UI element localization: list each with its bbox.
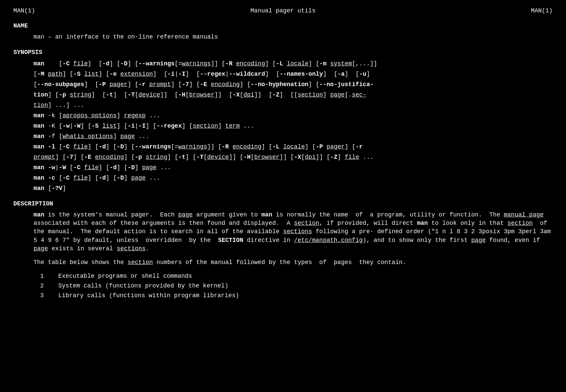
synopsis-line-10: prompt] [-7] [-E encoding] [-p string] […: [33, 153, 553, 162]
synopsis-line-9: man -l [-C file] [-d] [-D] [--warnings[=…: [33, 142, 553, 151]
synopsis-line-2: [-M path] [-S list] [-e extension] [-i|-…: [33, 70, 553, 79]
description-para-1: man is the system's manual pager. Each p…: [33, 211, 553, 253]
page-header: MAN(1) Manual pager utils MAN(1): [13, 7, 553, 15]
synopsis-line-3: [--no-subpages] [-P pager] [-r prompt] […: [33, 80, 553, 89]
header-left: MAN(1): [13, 7, 35, 15]
synopsis-section: SYNOPSIS man [-C file] [-d] [-D] [--warn…: [13, 48, 553, 193]
synopsis-line-6: man -k [apropos options] regexp ...: [33, 111, 553, 120]
synopsis-line-4: tion] [-p string] [-t] [-T[device]] [-H[…: [33, 90, 553, 100]
description-content: man is the system's manual pager. Each p…: [33, 211, 553, 300]
header-center: Manual pager utils: [251, 7, 315, 15]
list-item-1: 1 Executable programs or shell commands: [40, 272, 553, 280]
synopsis-line-1: man [-C file] [-d] [-D] [--warnings[=war…: [33, 59, 553, 68]
name-section: NAME man – an interface to the on-line r…: [13, 22, 553, 41]
name-content: man – an interface to the on-line refere…: [33, 33, 553, 41]
header-right: MAN(1): [531, 7, 553, 15]
synopsis-line-5: tion] ...] ...: [33, 101, 553, 110]
synopsis-line-11: man -w|-W [-C file] [-d] [-D] page ...: [33, 163, 553, 172]
synopsis-heading: SYNOPSIS: [13, 48, 553, 57]
name-heading: NAME: [13, 22, 553, 30]
synopsis-line-8: man -f [whatis options] page ...: [33, 132, 553, 141]
name-text: man – an interface to the on-line refere…: [33, 34, 218, 40]
description-section: DESCRIPTION man is the system's manual p…: [13, 200, 553, 300]
list-item-3: 3 Library calls (functions within progra…: [40, 291, 553, 300]
synopsis-content: man [-C file] [-d] [-D] [--warnings[=war…: [33, 59, 553, 193]
synopsis-line-7: man -K [-w|-W] [-S list] [-i|-I] [--rege…: [33, 122, 553, 131]
list-item-2: 2 System calls (functions provided by th…: [40, 282, 553, 290]
section-list: 1 Executable programs or shell commands …: [33, 272, 553, 300]
description-para-2: The table below shows the section number…: [33, 258, 553, 267]
synopsis-line-12: man -c [-C file] [-d] [-D] page ...: [33, 174, 553, 183]
description-heading: DESCRIPTION: [13, 200, 553, 208]
synopsis-line-13: man [-?V]: [33, 184, 553, 193]
